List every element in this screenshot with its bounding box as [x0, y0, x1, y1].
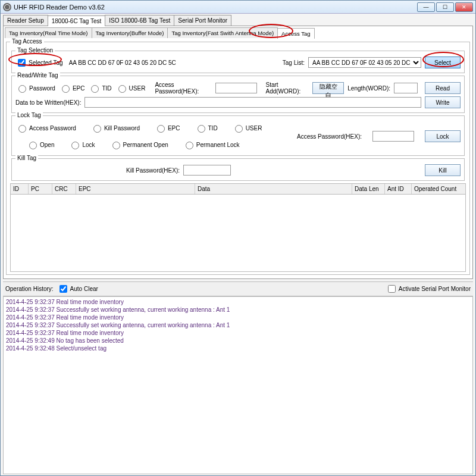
rw-radio-password[interactable]: Password: [15, 83, 55, 93]
th-epc[interactable]: EPC: [76, 184, 195, 194]
selected-tag-checkbox[interactable]: Selected Tag: [15, 57, 63, 68]
lock-radio-epc[interactable]: EPC: [154, 123, 180, 133]
activate-serial-checkbox[interactable]: Activate Serial Port Monitor: [386, 283, 471, 295]
group-kill-tag: Kill Tag Kill Password(HEX): Kill: [11, 158, 465, 181]
access-password-input[interactable]: [215, 83, 257, 93]
th-data[interactable]: Data: [195, 184, 352, 194]
data-written-input[interactable]: [84, 97, 421, 108]
select-button[interactable]: Select: [425, 57, 461, 68]
lock-radio-permlock[interactable]: Permanent Lock: [183, 140, 240, 149]
th-opcount[interactable]: Operated Count: [412, 184, 465, 194]
th-pc[interactable]: PC: [29, 184, 52, 194]
tab-18000-6c[interactable]: 18000-6C Tag Test: [48, 15, 106, 26]
group-lock-tag: Lock Tag Access Password Kill Password E…: [11, 115, 465, 156]
subtab-realtime[interactable]: Tag Inventory(Real Time Mode): [5, 27, 92, 38]
read-button[interactable]: Read: [425, 82, 461, 94]
th-antid[interactable]: Ant ID: [385, 184, 412, 194]
rw-radio-tid[interactable]: TID: [88, 83, 111, 93]
log-line: 2014-4-25 9:32:37 Successfully set worki…: [6, 306, 470, 314]
tag-list-label: Tag List:: [283, 60, 305, 66]
selected-tag-value: AA BB CC DD 67 0F 02 43 05 20 DC 5C: [69, 60, 176, 66]
group-title-tag-selection: Tag Selection: [15, 47, 55, 54]
app-window: UHF RFID Reader Demo v3.62 — ☐ ✕ Reader …: [0, 0, 476, 476]
log-line: 2014-4-25 9:32:48 Select/unselect tag: [6, 345, 470, 352]
app-icon: [3, 3, 11, 11]
lock-radio-open[interactable]: Open: [26, 140, 54, 149]
log-line: 2014-4-25 9:32:37 Real time mode invento…: [6, 329, 470, 337]
lock-radio-user[interactable]: USER: [232, 123, 262, 133]
lock-radio-tid[interactable]: TID: [195, 123, 218, 133]
sub-tabstrip: Tag Inventory(Real Time Mode) Tag Invent…: [5, 27, 471, 38]
group-title-read-write: Read/Write Tag: [15, 72, 60, 79]
group-title-kill: Kill Tag: [15, 155, 38, 161]
tab-serial-monitor[interactable]: Serial Port Monitor: [174, 15, 231, 26]
log-panel[interactable]: 2014-4-25 9:32:37 Real time mode invento…: [3, 296, 473, 474]
activate-serial-input[interactable]: [388, 285, 396, 293]
rw-radio-user[interactable]: USER: [115, 83, 146, 93]
titlebar: UHF RFID Reader Demo v3.62 — ☐ ✕: [1, 1, 475, 14]
group-title-tag-access: Tag Access: [10, 38, 44, 45]
rw-radio-epc[interactable]: EPC: [59, 83, 85, 93]
lock-radio-accesspwd[interactable]: Access Password: [15, 123, 76, 133]
access-password-label: Access Password(HEX):: [155, 82, 212, 95]
window-title: UHF RFID Reader Demo v3.62: [14, 4, 417, 11]
tab-reader-setup[interactable]: Reader Setup: [3, 15, 48, 26]
results-table: ID PC CRC EPC Data Data Len Ant ID Opera…: [10, 183, 466, 272]
write-button[interactable]: Write: [425, 96, 461, 108]
log-line: 2014-4-25 9:32:37 Successfully set worki…: [6, 321, 470, 329]
length-label: Length(WORD):: [347, 85, 390, 92]
table-body[interactable]: [10, 195, 466, 272]
close-button[interactable]: ✕: [455, 2, 473, 12]
log-line: 2014-4-25 9:32:37 Real time mode invento…: [6, 314, 470, 321]
data-written-label: Data to be Written(HEX):: [15, 99, 81, 106]
maximize-button[interactable]: ☐: [436, 2, 454, 12]
ophist-label: Operation History:: [5, 286, 54, 292]
lock-access-pwd-label: Access Password(HEX):: [297, 133, 362, 140]
tab-iso-18000-6b[interactable]: ISO 18000-6B Tag Test: [105, 15, 174, 26]
th-id[interactable]: ID: [11, 184, 29, 194]
kill-button[interactable]: Kill: [425, 164, 461, 176]
lock-radio-lock[interactable]: Lock: [68, 140, 95, 149]
group-tag-selection: Tag Selection Selected Tag AA BB CC DD 6…: [11, 51, 465, 73]
tag-list-select[interactable]: AA BB CC DD 67 0F 02 43 05 20 DC 5C: [308, 57, 421, 68]
main-tabstrip: Reader Setup 18000-6C Tag Test ISO 18000…: [3, 15, 473, 26]
group-title-lock: Lock Tag: [15, 112, 43, 118]
th-datalen[interactable]: Data Len: [352, 184, 385, 194]
subtab-access-tag[interactable]: Access Tag: [277, 28, 314, 39]
selected-tag-label: Selected Tag: [29, 60, 63, 66]
auto-clear-checkbox[interactable]: Auto Clear: [57, 283, 98, 295]
start-add-button[interactable]: 隐藏空白: [312, 82, 344, 94]
length-input[interactable]: [394, 83, 418, 93]
lock-radio-killpwd[interactable]: Kill Password: [90, 123, 140, 133]
lock-radio-permopen[interactable]: Permanent Open: [109, 140, 168, 149]
start-add-label: Start Add(WORD):: [265, 82, 309, 95]
group-read-write: Read/Write Tag Password EPC TID USER Acc…: [11, 76, 465, 113]
group-tag-access: Tag Access Tag Selection Selected Tag AA…: [6, 42, 470, 275]
kill-pwd-input[interactable]: [183, 165, 231, 176]
subtab-buffer[interactable]: Tag Inventory(Buffer Mode): [92, 27, 168, 38]
subtab-fastswitch[interactable]: Tag Inventory(Fast Swith Antenna Mode): [167, 27, 278, 38]
auto-clear-input[interactable]: [60, 285, 67, 293]
kill-pwd-label: Kill Password(HEX):: [126, 167, 180, 174]
table-header: ID PC CRC EPC Data Data Len Ant ID Opera…: [10, 183, 466, 195]
lock-button[interactable]: Lock: [425, 130, 461, 142]
minimize-button[interactable]: —: [417, 2, 435, 12]
log-line: 2014-4-25 9:32:49 No tag has been select…: [6, 337, 470, 345]
lock-access-pwd-input[interactable]: [372, 131, 414, 142]
operation-history-bar: Operation History: Auto Clear Activate S…: [3, 281, 473, 296]
log-line: 2014-4-25 9:32:37 Real time mode invento…: [6, 298, 470, 306]
selected-tag-checkbox-input[interactable]: [18, 59, 26, 67]
th-crc[interactable]: CRC: [52, 184, 76, 194]
